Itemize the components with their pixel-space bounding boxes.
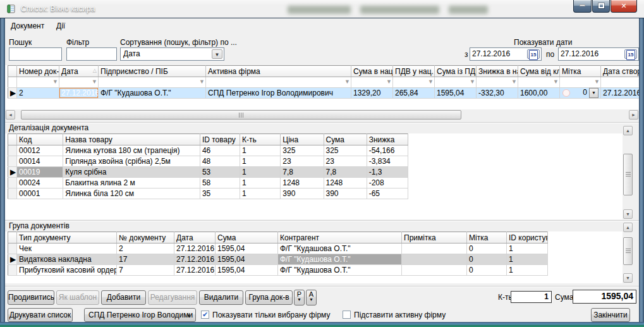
cell-date-focused[interactable]: 27.12.2016 [59, 88, 99, 99]
vscroll-thumb[interactable] [623, 154, 633, 195]
scroll-down-icon[interactable]: ▼ [623, 209, 633, 219]
edit-button[interactable]: Редагування [148, 290, 197, 305]
filter-doc-number[interactable]: ▼ [17, 77, 59, 88]
detail-row-selected[interactable]: ▶ 00019 Куля срібна 53 1 7,8 7,8 -1,3 [8, 167, 408, 178]
col-doc-number[interactable]: Номер док- [17, 66, 59, 77]
group-row[interactable]: Прибутковий касовий ордер 7 27.12.2016 1… [8, 265, 548, 276]
cell-code[interactable]: 00012 [17, 145, 63, 156]
cell-discount[interactable]: -332,30 [477, 88, 518, 99]
cell-code[interactable]: 00024 [17, 178, 63, 188]
scroll-right-icon[interactable]: ► [629, 110, 638, 120]
cell-active-firm[interactable]: СПД Петренко Ігор Володимирович [206, 88, 351, 99]
detail-row[interactable]: 00014 Гірлянда хвойна (срібна) 2,5м 48 1… [8, 156, 408, 167]
view-button[interactable]: Продивитись [8, 290, 54, 305]
p-sort-button[interactable]: Р▼ [294, 290, 305, 305]
hscroll-thumb[interactable] [21, 110, 461, 120]
filter-dropdown-icon[interactable]: ▼ [199, 78, 205, 85]
mark-dropdown-icon[interactable]: ▼ [589, 88, 598, 98]
cell-sum-national[interactable]: 1329,20 [351, 88, 393, 99]
add-button[interactable]: Добавити [101, 290, 146, 305]
documents-hscrollbar[interactable]: ◄ ► [5, 109, 639, 120]
group-vscrollbar[interactable]: ▲ ▼ [623, 222, 633, 283]
splitter[interactable] [5, 220, 639, 221]
cell-sum-from-client[interactable]: 1600,00 [518, 88, 560, 99]
col-doc-type[interactable]: Тип документу [17, 232, 117, 244]
cell-vat-national[interactable]: 265,84 [393, 88, 435, 99]
filter-dropdown-icon[interactable]: ▼ [470, 78, 475, 85]
cell-mark[interactable]: 0 ▼ [560, 88, 601, 99]
print-list-button[interactable]: Друкувати список [8, 308, 73, 322]
search-input[interactable] [9, 47, 62, 61]
col-date[interactable]: Дата△ [59, 66, 99, 77]
filter-dropdown-icon[interactable]: ▼ [92, 78, 97, 85]
minimize-button[interactable] [573, 0, 592, 13]
show-only-selected-checkbox[interactable]: ✔ [201, 311, 209, 319]
group-row[interactable]: Чек 2 27.12.2016 1595,04 Ф/Г "Кудашова О… [8, 244, 548, 254]
col-sum[interactable]: Сума [324, 134, 367, 145]
as-template-button[interactable]: Як шаблон [56, 290, 99, 305]
filter-dropdown-icon[interactable]: ▼ [386, 78, 392, 85]
cell-code[interactable]: 00001 [17, 188, 63, 199]
col-note[interactable]: Примітка [402, 232, 467, 244]
maximize-button[interactable] [592, 0, 610, 13]
date-to-field[interactable]: 27.12.2016 15 [558, 47, 639, 61]
cell-date-created[interactable]: 27.12.2016 10: [601, 88, 640, 99]
col-discount[interactable]: Знижка в на [477, 66, 518, 77]
filter-dropdown-icon[interactable]: ▼ [594, 78, 600, 85]
filter-date-created[interactable] [601, 77, 640, 88]
cell-sum-with-vat[interactable]: 1595,04 [435, 88, 477, 99]
filter-sum-with-vat[interactable]: ▼ [435, 77, 477, 88]
cell-doc-number[interactable]: 2 [17, 88, 59, 99]
finish-button[interactable]: Закінчити [591, 308, 630, 322]
group-row-selected[interactable]: ▶ Видаткова накладна 17 27.12.2016 1595,… [8, 254, 548, 265]
col-product-name[interactable]: Назва товару [63, 134, 200, 145]
detail-row[interactable]: 00024 Блакитна ялина 2 м 58 1 1248 1248 … [8, 178, 408, 188]
cell-code[interactable]: 00014 [17, 156, 63, 167]
date-from-field[interactable]: 27.12.2016 15 [470, 47, 542, 61]
col-mark[interactable]: Мітка [560, 66, 601, 77]
col-enterprise[interactable]: Підприємство / ПІБ [99, 66, 206, 77]
substitute-active-label[interactable]: Підставити активну фірму [354, 311, 446, 319]
sort-select[interactable]: Дата ▼ [120, 47, 224, 61]
col-code[interactable]: Код [17, 134, 63, 145]
col-date-created[interactable]: Дата створен [601, 66, 640, 77]
group-docs-button[interactable]: Група док-в [245, 290, 293, 305]
col-active-firm[interactable]: Активна фірма [206, 66, 351, 77]
filter-active-firm[interactable]: ▼ [206, 77, 351, 88]
filter-discount[interactable]: ▼ [477, 77, 518, 88]
col-sum-with-vat[interactable]: Сума із ПДВ [435, 66, 477, 77]
filter-mark[interactable]: ▼ [560, 77, 601, 88]
splitter[interactable] [5, 122, 639, 123]
col-mark[interactable]: Мітка [467, 232, 507, 244]
col-date[interactable]: Дата [174, 232, 216, 244]
a-sort-button[interactable]: А▼ [306, 290, 317, 305]
cell-contractor-focused[interactable]: Ф/Г "Кудашова О.Т." [278, 254, 402, 265]
cell-product-name[interactable]: Блакитна ялина 2 м [63, 178, 200, 188]
firm-select[interactable]: СПД Петренко Ігор Володими ▼ [84, 308, 196, 322]
document-row-selected[interactable]: ▶ 2 27.12.2016 Ф/Г "Кудашова О.Т." СПД П… [8, 88, 640, 99]
detail-row[interactable]: 00012 Ялинка кутова 180 см (трапеція) 46… [8, 145, 408, 156]
menu-actions[interactable]: Дії [53, 21, 68, 32]
scroll-up-icon[interactable]: ▲ [623, 126, 633, 135]
close-button[interactable]: ✕ [611, 0, 637, 13]
cell-product-name[interactable]: Ялинка кутова 180 см (трапеція) [63, 145, 200, 156]
title-bar[interactable]: Список: Вікно касира ✕ [0, 0, 644, 18]
calendar-icon[interactable]: 15 [624, 49, 637, 59]
col-discount[interactable]: Знижка [367, 134, 408, 145]
filter-vat-national[interactable]: ▼ [393, 77, 435, 88]
col-sum-from-client[interactable]: Сума від клі [518, 66, 560, 77]
filter-enterprise[interactable]: ▼ [99, 77, 206, 88]
col-contractor[interactable]: Контрагент [278, 232, 402, 244]
filter-sum-from-client[interactable]: ▼ [518, 77, 560, 88]
scroll-up-icon[interactable]: ▲ [623, 223, 633, 232]
filter-dropdown-icon[interactable]: ▼ [553, 78, 559, 85]
substitute-active-checkbox[interactable] [343, 311, 351, 319]
col-user-id[interactable]: ID користув [507, 232, 548, 244]
cell-product-name[interactable]: Ялинка біла 120 см [63, 188, 200, 199]
detail-vscrollbar[interactable]: ▲ ▼ [623, 125, 633, 219]
col-qty[interactable]: К-ть [240, 134, 281, 145]
filter-sum-national[interactable]: ▼ [351, 77, 393, 88]
filter-dropdown-icon[interactable]: ▼ [511, 78, 517, 85]
col-product-id[interactable]: ID товару [200, 134, 240, 145]
cell-code-focused[interactable]: 00019 [17, 167, 63, 178]
